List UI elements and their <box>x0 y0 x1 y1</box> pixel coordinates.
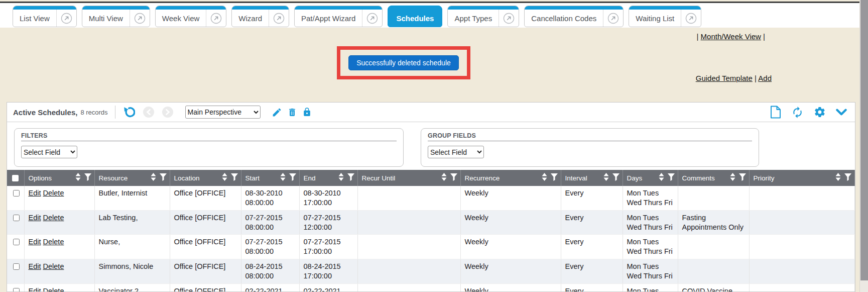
group-fields-fieldset: GROUP FIELDS Select Field <box>421 128 759 167</box>
sort-icon[interactable] <box>441 173 447 183</box>
column-header-location[interactable]: Location <box>170 170 241 186</box>
interval-cell: Every <box>561 283 623 292</box>
perspective-select[interactable]: Main Perspective <box>185 106 261 119</box>
column-header-recurrence[interactable]: Recurrence <box>460 170 561 186</box>
recur-until-cell <box>357 235 460 259</box>
filter-funnel-icon[interactable] <box>160 173 167 183</box>
row-checkbox[interactable] <box>13 215 20 221</box>
row-checkbox[interactable] <box>13 288 20 292</box>
edit-link[interactable]: Edit <box>29 189 41 197</box>
tab-appt-types[interactable]: Appt Types <box>447 6 519 27</box>
delete-link[interactable]: Delete <box>43 189 64 197</box>
sort-icon[interactable] <box>151 173 156 183</box>
column-header-label: Comments <box>682 174 728 182</box>
filter-funnel-icon[interactable] <box>231 173 238 183</box>
group-fields-legend: GROUP FIELDS <box>428 129 752 141</box>
sort-icon[interactable] <box>75 173 81 183</box>
recurrence-cell: Weekly <box>460 235 561 259</box>
chevron-left-icon[interactable] <box>143 107 154 118</box>
chevron-down-icon[interactable] <box>836 109 847 116</box>
add-link[interactable]: Add <box>758 74 772 82</box>
guided-template-link[interactable]: Guided Template <box>696 74 753 82</box>
tab-pat-appt-wizard[interactable]: Pat/Appt Wizard <box>294 6 383 27</box>
column-header-days[interactable]: Days <box>623 170 678 186</box>
column-header-recur-until[interactable]: Recur Until <box>357 170 460 186</box>
end-cell: 08-30-201017:00:00 <box>299 186 357 210</box>
delete-link[interactable]: Delete <box>43 262 64 270</box>
filter-funnel-icon[interactable] <box>844 173 851 183</box>
filter-funnel-icon[interactable] <box>739 173 746 183</box>
edit-link[interactable]: Edit <box>29 214 41 222</box>
sort-icon[interactable] <box>338 173 344 183</box>
delete-link[interactable]: Delete <box>43 238 64 246</box>
filters-field-select[interactable]: Select Field <box>21 146 77 158</box>
edit-link[interactable]: Edit <box>29 287 41 292</box>
scrollbar-thumb[interactable] <box>860 0 868 280</box>
undo-icon[interactable] <box>122 106 135 119</box>
tab-waiting-list[interactable]: Waiting List <box>629 6 701 27</box>
options-cell: Edit Delete <box>24 235 94 259</box>
recur-until-cell <box>357 283 460 292</box>
tab-cancellation-codes[interactable]: Cancellation Codes <box>524 6 624 27</box>
column-header-label: Start <box>245 174 278 182</box>
interval-cell: Every <box>561 210 623 235</box>
sort-icon[interactable] <box>603 173 609 183</box>
column-header-start[interactable]: Start <box>241 170 299 186</box>
tab-week-view[interactable]: Week View <box>155 6 226 27</box>
filter-funnel-icon[interactable] <box>612 173 619 183</box>
delete-link[interactable]: Delete <box>43 214 64 222</box>
gear-icon[interactable] <box>814 106 826 118</box>
sort-icon[interactable] <box>542 173 547 183</box>
chevron-right-icon[interactable] <box>162 107 173 118</box>
sort-icon[interactable] <box>222 173 227 183</box>
pencil-icon[interactable] <box>272 107 282 118</box>
delete-link[interactable]: Delete <box>43 287 64 292</box>
tab-label: Week View <box>156 11 206 23</box>
column-header-end[interactable]: End <box>299 170 357 186</box>
row-checkbox[interactable] <box>13 263 20 270</box>
column-header-resource[interactable]: Resource <box>94 170 170 186</box>
filter-funnel-icon[interactable] <box>450 173 457 183</box>
column-header-comments[interactable]: Comments <box>678 170 749 186</box>
row-checkbox[interactable] <box>13 190 20 197</box>
filter-funnel-icon[interactable] <box>289 173 296 183</box>
sort-icon[interactable] <box>280 173 286 183</box>
row-checkbox[interactable] <box>13 239 20 245</box>
success-notification[interactable]: Successfully deleted schedule <box>348 55 459 70</box>
tab-accent-bar <box>13 6 76 10</box>
month-week-view-link[interactable]: Month/Week View <box>701 32 761 41</box>
interval-cell: Every <box>561 186 623 210</box>
tab-wizard[interactable]: Wizard <box>231 6 289 27</box>
edit-link[interactable]: Edit <box>29 238 41 246</box>
column-header-label: Recurrence <box>465 174 540 182</box>
document-icon[interactable] <box>770 106 781 119</box>
lock-icon[interactable] <box>302 107 312 117</box>
select-all-checkbox[interactable] <box>12 175 19 181</box>
filter-funnel-icon[interactable] <box>551 173 558 183</box>
sort-icon[interactable] <box>659 173 664 183</box>
trash-icon[interactable] <box>287 107 297 118</box>
edit-link[interactable]: Edit <box>29 262 41 270</box>
column-header-label: Location <box>174 174 220 182</box>
sort-icon[interactable] <box>835 173 841 183</box>
end-cell: 07-27-201517:00:00 <box>299 235 357 259</box>
column-header-options[interactable]: Options <box>24 170 94 186</box>
column-header-interval[interactable]: Interval <box>561 170 623 186</box>
tab-list-view[interactable]: List View <box>13 6 77 27</box>
options-cell: Edit Delete <box>24 283 94 292</box>
group-fields-select[interactable]: Select Field <box>428 146 484 158</box>
recurrence-cell: Weekly <box>460 186 561 210</box>
sort-icon[interactable] <box>730 173 735 183</box>
column-header-priority[interactable]: Priority <box>749 170 855 186</box>
refresh-icon[interactable] <box>791 106 804 119</box>
recur-until-cell <box>357 210 460 235</box>
vertical-scrollbar[interactable] <box>859 0 868 292</box>
tab-multi-view[interactable]: Multi View <box>82 6 150 27</box>
filter-funnel-icon[interactable] <box>84 173 91 183</box>
select-all-header[interactable] <box>7 170 24 186</box>
column-header-label: Days <box>627 174 657 182</box>
filter-funnel-icon[interactable] <box>347 173 354 183</box>
tab-schedules[interactable]: Schedules <box>388 6 442 27</box>
tab-label: Wizard <box>232 11 269 23</box>
filter-funnel-icon[interactable] <box>668 173 675 183</box>
